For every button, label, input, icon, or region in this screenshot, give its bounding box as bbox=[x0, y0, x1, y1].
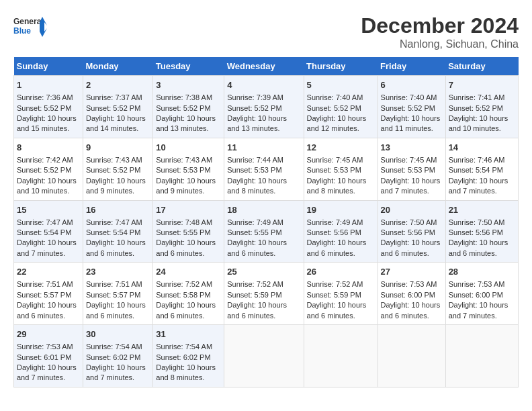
calendar-cell: 18Sunrise: 7:49 AMSunset: 5:55 PMDayligh… bbox=[224, 200, 304, 263]
calendar-cell bbox=[445, 325, 518, 387]
sunset-text: Sunset: 5:56 PM bbox=[307, 228, 361, 236]
calendar-cell: 14Sunrise: 7:46 AMSunset: 5:54 PMDayligh… bbox=[445, 138, 518, 200]
daylight-text: Daylight: 10 hours and 6 minutes. bbox=[86, 301, 146, 319]
calendar-cell: 24Sunrise: 7:52 AMSunset: 5:58 PMDayligh… bbox=[153, 263, 224, 325]
daylight-text: Daylight: 10 hours and 6 minutes. bbox=[156, 301, 216, 319]
daylight-text: Daylight: 10 hours and 6 minutes. bbox=[86, 238, 146, 257]
sunset-text: Sunset: 5:52 PM bbox=[86, 166, 140, 174]
day-number: 27 bbox=[381, 266, 443, 278]
daylight-text: Daylight: 10 hours and 9 minutes. bbox=[86, 177, 146, 195]
calendar-week-row: 8Sunrise: 7:42 AMSunset: 5:52 PMDaylight… bbox=[14, 138, 519, 200]
day-number: 6 bbox=[381, 79, 443, 91]
day-number: 8 bbox=[17, 142, 80, 154]
calendar-cell: 17Sunrise: 7:48 AMSunset: 5:55 PMDayligh… bbox=[153, 200, 224, 263]
daylight-text: Daylight: 10 hours and 7 minutes. bbox=[449, 177, 508, 195]
sunset-text: Sunset: 5:55 PM bbox=[156, 228, 210, 236]
calendar-cell: 15Sunrise: 7:47 AMSunset: 5:54 PMDayligh… bbox=[14, 200, 83, 263]
daylight-text: Daylight: 10 hours and 15 minutes. bbox=[17, 114, 77, 132]
sunrise-text: Sunrise: 7:52 AM bbox=[227, 280, 283, 288]
sunset-text: Sunset: 5:52 PM bbox=[86, 104, 140, 112]
daylight-text: Daylight: 10 hours and 7 minutes. bbox=[86, 363, 146, 381]
header-thursday: Thursday bbox=[304, 57, 378, 76]
sunset-text: Sunset: 5:52 PM bbox=[17, 104, 71, 112]
calendar-cell: 10Sunrise: 7:43 AMSunset: 5:53 PMDayligh… bbox=[153, 138, 224, 200]
sunset-text: Sunset: 5:53 PM bbox=[381, 166, 435, 174]
sunrise-text: Sunrise: 7:54 AM bbox=[86, 342, 142, 351]
header-wednesday: Wednesday bbox=[224, 57, 304, 76]
day-number: 3 bbox=[156, 79, 221, 91]
header-row: Sunday Monday Tuesday Wednesday Thursday… bbox=[14, 57, 519, 76]
day-number: 12 bbox=[307, 142, 375, 154]
day-number: 23 bbox=[86, 266, 150, 278]
sunset-text: Sunset: 5:59 PM bbox=[307, 291, 361, 299]
calendar-week-row: 22Sunrise: 7:51 AMSunset: 5:57 PMDayligh… bbox=[14, 263, 519, 325]
sunset-text: Sunset: 5:52 PM bbox=[307, 104, 361, 112]
daylight-text: Daylight: 10 hours and 7 minutes. bbox=[449, 301, 508, 319]
page-title: December 2024 bbox=[361, 13, 519, 38]
calendar-cell: 9Sunrise: 7:43 AMSunset: 5:52 PMDaylight… bbox=[83, 138, 152, 200]
sunset-text: Sunset: 5:55 PM bbox=[227, 228, 281, 236]
sunrise-text: Sunrise: 7:42 AM bbox=[17, 156, 73, 164]
day-number: 2 bbox=[86, 79, 150, 91]
day-number: 30 bbox=[86, 328, 150, 340]
daylight-text: Daylight: 10 hours and 6 minutes. bbox=[156, 238, 216, 257]
svg-text:General: General bbox=[13, 17, 44, 26]
sunrise-text: Sunrise: 7:46 AM bbox=[449, 156, 505, 164]
sunrise-text: Sunrise: 7:54 AM bbox=[156, 342, 212, 351]
day-number: 1 bbox=[17, 79, 80, 91]
calendar-cell: 3Sunrise: 7:38 AMSunset: 5:52 PMDaylight… bbox=[153, 76, 224, 138]
calendar-cell bbox=[378, 325, 445, 387]
calendar-cell: 7Sunrise: 7:41 AMSunset: 5:52 PMDaylight… bbox=[445, 76, 518, 138]
title-block: December 2024 Nanlong, Sichuan, China bbox=[361, 13, 519, 50]
daylight-text: Daylight: 10 hours and 14 minutes. bbox=[86, 114, 146, 132]
calendar-week-row: 15Sunrise: 7:47 AMSunset: 5:54 PMDayligh… bbox=[14, 200, 519, 263]
day-number: 17 bbox=[156, 204, 221, 216]
daylight-text: Daylight: 10 hours and 7 minutes. bbox=[381, 177, 441, 195]
calendar-cell bbox=[304, 325, 378, 387]
daylight-text: Daylight: 10 hours and 6 minutes. bbox=[381, 238, 441, 257]
daylight-text: Daylight: 10 hours and 8 minutes. bbox=[307, 177, 367, 195]
sunset-text: Sunset: 6:00 PM bbox=[449, 291, 503, 299]
day-number: 31 bbox=[156, 328, 221, 340]
sunset-text: Sunset: 5:54 PM bbox=[86, 228, 140, 236]
sunset-text: Sunset: 5:54 PM bbox=[449, 166, 503, 174]
header-friday: Friday bbox=[378, 57, 445, 76]
sunrise-text: Sunrise: 7:40 AM bbox=[307, 93, 363, 101]
calendar-week-row: 1Sunrise: 7:36 AMSunset: 5:52 PMDaylight… bbox=[14, 76, 519, 138]
calendar-table: Sunday Monday Tuesday Wednesday Thursday… bbox=[13, 57, 519, 387]
sunrise-text: Sunrise: 7:47 AM bbox=[17, 218, 73, 226]
daylight-text: Daylight: 10 hours and 7 minutes. bbox=[17, 238, 77, 257]
sunrise-text: Sunrise: 7:51 AM bbox=[86, 280, 142, 288]
daylight-text: Daylight: 10 hours and 8 minutes. bbox=[227, 177, 287, 195]
sunrise-text: Sunrise: 7:44 AM bbox=[227, 156, 283, 164]
sunset-text: Sunset: 5:59 PM bbox=[227, 291, 281, 299]
day-number: 28 bbox=[449, 266, 515, 278]
sunrise-text: Sunrise: 7:53 AM bbox=[449, 280, 505, 288]
sunset-text: Sunset: 5:53 PM bbox=[307, 166, 361, 174]
header-monday: Monday bbox=[83, 57, 152, 76]
calendar-cell: 13Sunrise: 7:45 AMSunset: 5:53 PMDayligh… bbox=[378, 138, 445, 200]
calendar-cell: 31Sunrise: 7:54 AMSunset: 6:02 PMDayligh… bbox=[153, 325, 224, 387]
sunset-text: Sunset: 5:53 PM bbox=[227, 166, 281, 174]
sunrise-text: Sunrise: 7:43 AM bbox=[156, 156, 212, 164]
calendar-cell: 28Sunrise: 7:53 AMSunset: 6:00 PMDayligh… bbox=[445, 263, 518, 325]
calendar-cell: 23Sunrise: 7:51 AMSunset: 5:57 PMDayligh… bbox=[83, 263, 152, 325]
daylight-text: Daylight: 10 hours and 6 minutes. bbox=[381, 301, 441, 319]
logo: General Blue bbox=[13, 13, 47, 40]
sunset-text: Sunset: 5:56 PM bbox=[381, 228, 435, 236]
calendar-cell: 11Sunrise: 7:44 AMSunset: 5:53 PMDayligh… bbox=[224, 138, 304, 200]
calendar-cell: 20Sunrise: 7:50 AMSunset: 5:56 PMDayligh… bbox=[378, 200, 445, 263]
page-header: General Blue December 2024 Nanlong, Sich… bbox=[13, 13, 519, 50]
page-subtitle: Nanlong, Sichuan, China bbox=[361, 38, 519, 50]
day-number: 4 bbox=[227, 79, 300, 91]
day-number: 5 bbox=[307, 79, 375, 91]
day-number: 16 bbox=[86, 204, 150, 216]
day-number: 13 bbox=[381, 142, 443, 154]
day-number: 15 bbox=[17, 204, 80, 216]
calendar-cell: 25Sunrise: 7:52 AMSunset: 5:59 PMDayligh… bbox=[224, 263, 304, 325]
sunset-text: Sunset: 5:57 PM bbox=[17, 291, 71, 299]
daylight-text: Daylight: 10 hours and 6 minutes. bbox=[449, 238, 508, 257]
daylight-text: Daylight: 10 hours and 13 minutes. bbox=[156, 114, 216, 132]
header-sunday: Sunday bbox=[14, 57, 83, 76]
sunrise-text: Sunrise: 7:45 AM bbox=[307, 156, 363, 164]
